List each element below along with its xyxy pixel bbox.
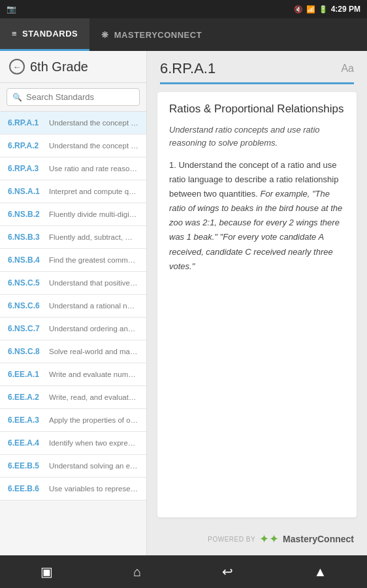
- list-item[interactable]: 6.RP.A.3 Use ratio and rate reasoning to…: [0, 157, 146, 180]
- standard-desc: Write, read, and evaluate expressi...: [49, 393, 138, 401]
- search-input[interactable]: [26, 92, 134, 102]
- masteryconnect-tab-icon: ❋: [101, 30, 109, 40]
- standard-desc: Use variables to represent number...: [49, 485, 138, 493]
- back-nav-button[interactable]: ↩: [209, 557, 246, 586]
- list-item[interactable]: 6.RP.A.2 Understand the concept of a uni…: [0, 135, 146, 157]
- top-nav: ≡ STANDARDS ❋ MASTERYCONNECT: [0, 18, 367, 51]
- standard-code: 6.RP.A.3: [8, 164, 44, 173]
- detail-header: 6.RP.A.1 Aa: [147, 51, 367, 77]
- standard-desc: Understand the concept of a unit...: [49, 142, 138, 150]
- status-bar-left: 📷: [7, 5, 16, 14]
- standard-desc: Fluently divide multi-digit number...: [49, 210, 138, 218]
- standard-code: 6.NS.C.7: [8, 324, 44, 333]
- standard-code: 6.NS.C.8: [8, 347, 44, 356]
- mastery-icon: ✦✦: [259, 532, 279, 546]
- list-item[interactable]: 6.NS.B.2 Fluently divide multi-digit num…: [0, 203, 146, 226]
- standard-code: 6.NS.C.6: [8, 301, 44, 310]
- powered-by: POWERED BY ✦✦ MasteryConnect: [147, 525, 367, 555]
- standard-desc: Interpret and compute quotients...: [49, 188, 138, 195]
- standard-desc: Understand that positive and neg...: [49, 279, 138, 287]
- list-item[interactable]: 6.NS.C.8 Solve real-world and mathematic…: [0, 340, 146, 363]
- standard-desc: Understand solving an equation o...: [49, 462, 138, 470]
- list-item[interactable]: 6.EE.A.3 Apply the properties of operati…: [0, 409, 146, 432]
- screenshot-icon: 📷: [7, 5, 16, 14]
- standard-desc: Solve real-world and mathematica...: [49, 348, 138, 355]
- standard-desc: Understand ordering and absolut...: [49, 325, 138, 333]
- grade-title: 6th Grade: [30, 59, 88, 74]
- recent-apps-button[interactable]: ▣: [27, 557, 66, 586]
- powered-by-text: POWERED BY: [208, 536, 255, 543]
- detail-code: 6.RP.A.1: [160, 60, 215, 77]
- tab-standards[interactable]: ≡ STANDARDS: [0, 18, 89, 51]
- list-item[interactable]: 6.EE.A.4 Identify when two expressions a…: [0, 432, 146, 455]
- list-item[interactable]: 6.EE.A.2 Write, read, and evaluate expre…: [0, 386, 146, 409]
- detail-title: Ratios & Proportional Relationships: [169, 103, 345, 116]
- search-container: 🔍: [0, 83, 146, 112]
- list-item[interactable]: 6.EE.A.1 Write and evaluate numerical ex…: [0, 363, 146, 386]
- standard-desc: Identify when two expressions are...: [49, 439, 138, 447]
- standard-code: 6.RP.A.2: [8, 141, 44, 150]
- list-item[interactable]: 6.NS.C.7 Understand ordering and absolut…: [0, 318, 146, 340]
- detail-subtitle: Understand ratio concepts and use ratio …: [169, 123, 345, 149]
- bottom-nav: ▣ ⌂ ↩ ▲: [0, 555, 367, 588]
- main-area: ← 6th Grade 🔍 6.RP.A.1 Understand the co…: [0, 51, 367, 555]
- status-bar-right: 🔇 📶 🔋 4:29 PM: [294, 5, 360, 14]
- standard-code: 6.EE.A.4: [8, 438, 44, 448]
- list-item[interactable]: 6.RP.A.1 Understand the concept of a rat…: [0, 112, 146, 135]
- left-panel: ← 6th Grade 🔍 6.RP.A.1 Understand the co…: [0, 51, 147, 555]
- standard-code: 6.NS.B.4: [8, 255, 44, 265]
- font-size-label[interactable]: Aa: [341, 63, 354, 74]
- standard-desc: Apply the properties of operations...: [49, 416, 138, 424]
- standards-tab-label: STANDARDS: [22, 29, 78, 39]
- standards-tab-icon: ≡: [12, 29, 17, 39]
- mastery-connect-logo: MasteryConnect: [283, 534, 354, 544]
- standard-code: 6.RP.A.1: [8, 118, 44, 127]
- back-nav-icon: ↩: [222, 564, 233, 580]
- menu-up-icon: ▲: [313, 564, 327, 580]
- tab-masteryconnect[interactable]: ❋ MASTERYCONNECT: [89, 18, 214, 51]
- list-item[interactable]: 6.NS.A.1 Interpret and compute quotients…: [0, 180, 146, 203]
- detail-body: 1. Understand the concept of a ratio and…: [169, 158, 345, 274]
- standard-code: 6.EE.A.2: [8, 393, 44, 402]
- wifi-icon: 📶: [306, 5, 315, 14]
- standard-code: 6.EE.B.6: [8, 484, 44, 493]
- list-item[interactable]: 6.EE.B.5 Understand solving an equation …: [0, 455, 146, 478]
- masteryconnect-tab-label: MASTERYCONNECT: [114, 30, 202, 40]
- detail-divider: [160, 82, 354, 84]
- menu-up-button[interactable]: ▲: [300, 558, 340, 586]
- clock: 4:29 PM: [331, 5, 360, 14]
- standard-code: 6.NS.B.3: [8, 233, 44, 242]
- standard-desc: Write and evaluate numerical expr...: [49, 370, 138, 378]
- standard-code: 6.NS.A.1: [8, 187, 44, 196]
- standard-code: 6.EE.A.3: [8, 416, 44, 425]
- standard-code: 6.EE.B.5: [8, 461, 44, 470]
- standard-code: 6.EE.A.1: [8, 370, 44, 379]
- search-input-wrapper[interactable]: 🔍: [7, 88, 140, 106]
- standards-list: 6.RP.A.1 Understand the concept of a rat…: [0, 112, 146, 555]
- list-item[interactable]: 6.NS.B.4 Find the greatest common factor…: [0, 249, 146, 272]
- right-panel: 6.RP.A.1 Aa Ratios & Proportional Relati…: [147, 51, 367, 555]
- status-bar: 📷 🔇 📶 🔋 4:29 PM: [0, 0, 367, 18]
- search-icon: 🔍: [12, 93, 22, 102]
- detail-card: Ratios & Proportional Relationships Unde…: [157, 92, 357, 517]
- recent-apps-icon: ▣: [40, 564, 53, 580]
- list-item[interactable]: 6.NS.B.3 Fluently add, subtract, multipl…: [0, 226, 146, 249]
- standard-desc: Find the greatest common factor...: [49, 256, 138, 264]
- home-icon: ⌂: [133, 564, 141, 580]
- standard-code: 6.NS.B.2: [8, 210, 44, 219]
- standard-desc: Use ratio and rate reasoning to so...: [49, 165, 138, 172]
- standard-desc: Understand the concept of a ratio...: [49, 119, 138, 127]
- mute-icon: 🔇: [294, 5, 303, 14]
- standard-desc: Fluently add, subtract, multiply, a...: [49, 233, 138, 241]
- standard-code: 6.NS.C.5: [8, 278, 44, 287]
- back-button[interactable]: ←: [9, 59, 25, 74]
- battery-icon: 🔋: [319, 5, 328, 14]
- home-button[interactable]: ⌂: [120, 558, 154, 586]
- grade-header: ← 6th Grade: [0, 51, 146, 83]
- standard-desc: Understand a rational number as...: [49, 302, 138, 310]
- list-item[interactable]: 6.EE.B.6 Use variables to represent numb…: [0, 478, 146, 500]
- list-item[interactable]: 6.NS.C.6 Understand a rational number as…: [0, 295, 146, 318]
- list-item[interactable]: 6.NS.C.5 Understand that positive and ne…: [0, 272, 146, 295]
